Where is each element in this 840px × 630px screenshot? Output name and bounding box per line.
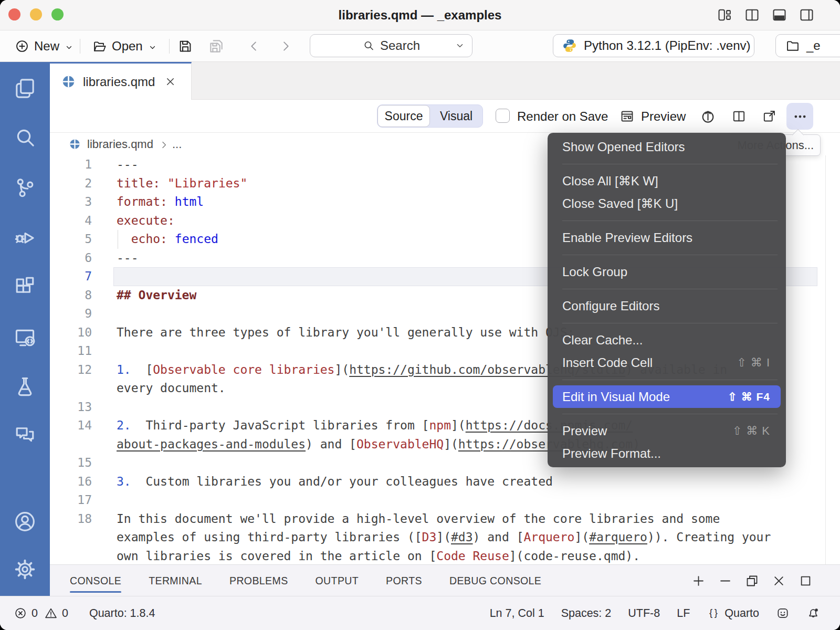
visual-mode-button[interactable]: Visual	[430, 105, 482, 127]
testing-activity-button[interactable]	[13, 374, 37, 399]
breadcrumb-more[interactable]: ...	[172, 138, 182, 151]
status-bar: 00Quarto: 1.8.4 Ln 7, Col 1Spaces: 2UTF-…	[0, 596, 840, 630]
workspace-folder-button[interactable]: _e	[775, 34, 840, 57]
line-number: 5	[50, 230, 92, 249]
toolbar-divider	[169, 39, 170, 54]
warning-icon	[44, 606, 58, 620]
status-item-quarto[interactable]: { }Quarto	[707, 606, 759, 620]
panel-maximize-icon[interactable]	[799, 574, 813, 588]
menu-item-label: Close Saved [⌘K U]	[562, 196, 678, 211]
chevron-down-icon	[454, 40, 466, 51]
panel-minimize-icon[interactable]	[718, 574, 732, 588]
preview-button[interactable]: Preview	[641, 100, 686, 133]
source-control-activity-button[interactable]	[13, 175, 37, 200]
code-text: ## Overview	[117, 286, 196, 305]
code-text: echo: fenced	[117, 230, 218, 249]
panel-tab-ports[interactable]: PORTS	[386, 565, 422, 596]
new-button[interactable]: New	[15, 30, 74, 62]
extensions-activity-button[interactable]	[13, 275, 37, 299]
editor-line: own libraries is covered in the article …	[50, 547, 840, 565]
status-item-utf-8[interactable]: UTF-8	[628, 607, 660, 620]
menu-item-preview[interactable]: Preview⇧ ⌘ K	[548, 419, 786, 442]
panel-tab-debug-console[interactable]: DEBUG CONSOLE	[449, 565, 541, 596]
panel-tab-output[interactable]: OUTPUT	[316, 565, 359, 596]
interpreter-selector[interactable]: Python 3.12.1 (PipEnv: .venv)	[553, 34, 754, 57]
menu-item-close-all-k-w[interactable]: Close All [⌘K W]	[548, 170, 786, 192]
menu-item-lock-group[interactable]: Lock Group	[548, 260, 786, 283]
status-item-bell-dot-icon[interactable]	[806, 606, 820, 620]
breadcrumb-file[interactable]: libraries.qmd	[87, 138, 153, 151]
ellipsis-icon	[792, 109, 808, 124]
panel-tab-console[interactable]: CONSOLE	[70, 565, 121, 596]
source-mode-button[interactable]: Source	[377, 105, 430, 127]
run-debug-activity-button[interactable]	[13, 225, 37, 249]
search-activity-button[interactable]	[13, 125, 37, 150]
status-item-ln-7-col-1[interactable]: Ln 7, Col 1	[490, 607, 544, 620]
status-item-lf[interactable]: LF	[677, 607, 690, 620]
line-number: 15	[50, 454, 92, 472]
bell-dot-icon	[806, 606, 820, 620]
close-tab-icon[interactable]	[164, 76, 176, 88]
tab-libraries-qmd[interactable]: libraries.qmd	[50, 62, 192, 100]
status-text: Quarto: 1.8.4	[89, 607, 155, 620]
search-label: Search	[380, 38, 420, 53]
explorer-activity-button[interactable]	[13, 76, 37, 101]
account-icon	[13, 509, 37, 534]
settings-activity-button[interactable]	[13, 557, 37, 582]
menu-item-show-opened-editors[interactable]: Show Opened Editors	[548, 135, 786, 158]
panel-tab-terminal[interactable]: TERMINAL	[149, 565, 202, 596]
render-on-save-label: Render on Save	[517, 100, 608, 133]
menu-item-enable-preview-editors[interactable]: Enable Preview Editors	[548, 226, 786, 249]
braces-icon: { }	[707, 606, 720, 620]
line-number: 6	[50, 249, 92, 268]
status-text: 0	[62, 607, 68, 620]
comments-activity-button[interactable]	[13, 423, 37, 447]
status-text: Quarto	[724, 607, 759, 620]
toolbar-divider	[80, 39, 80, 54]
save-all-button[interactable]	[208, 30, 225, 62]
remote-explorer-activity-button[interactable]	[13, 326, 37, 350]
status-item-smiley-icon[interactable]	[776, 606, 790, 620]
menu-item-preview-format[interactable]: Preview Format...	[548, 442, 786, 465]
panel-plus-icon[interactable]	[691, 574, 706, 588]
search-icon	[362, 39, 375, 52]
menu-item-configure-editors[interactable]: Configure Editors	[548, 295, 786, 317]
account-activity-button[interactable]	[13, 509, 37, 534]
status-item-0[interactable]: 0	[14, 606, 38, 620]
editor-toolbar: Source Visual Render on Save Preview	[50, 100, 840, 133]
panel-tab-problems[interactable]: PROBLEMS	[229, 565, 288, 596]
open-button[interactable]: Open	[92, 30, 158, 62]
more-actions-button[interactable]	[786, 103, 813, 130]
search-input[interactable]: Search	[310, 34, 472, 57]
status-item-0[interactable]: 0	[44, 606, 68, 620]
toggle-panel-icon[interactable]	[771, 7, 788, 23]
editor-actions-context-menu: Show Opened EditorsClose All [⌘K W]Close…	[548, 133, 786, 467]
menu-item-close-saved-k-u[interactable]: Close Saved [⌘K U]	[548, 192, 786, 215]
workspace-folder-label: _e	[806, 38, 821, 53]
status-item-quarto-1.8.4[interactable]: Quarto: 1.8.4	[89, 607, 155, 620]
toggle-secondary-sidebar-icon[interactable]	[799, 7, 815, 23]
menu-item-insert-code-cell[interactable]: Insert Code Cell⇧ ⌘ I	[548, 351, 786, 374]
line-number: 16	[50, 472, 92, 491]
open-in-new-window-icon[interactable]	[762, 109, 777, 124]
back-button[interactable]	[247, 30, 261, 62]
render-icon[interactable]	[700, 108, 716, 124]
menu-item-clear-cache[interactable]: Clear Cache...	[548, 329, 786, 351]
menu-item-shortcut: ⇧ ⌘ F4	[728, 391, 770, 403]
menu-item-edit-in-visual-mode[interactable]: Edit in Visual Mode⇧ ⌘ F4	[553, 385, 781, 408]
panel-restore-icon[interactable]	[745, 574, 759, 588]
customize-layout-icon[interactable]	[717, 7, 733, 23]
editor-line: 163. Custom libraries you and/or your co…	[50, 472, 840, 491]
panel-close-icon[interactable]	[772, 574, 786, 588]
render-on-save-checkbox[interactable]	[496, 109, 510, 123]
split-editor-icon[interactable]	[731, 109, 747, 124]
line-number: 3	[50, 193, 92, 212]
line-number: 18	[50, 510, 92, 529]
save-button[interactable]	[177, 30, 193, 62]
status-item-spaces-2[interactable]: Spaces: 2	[561, 607, 612, 620]
preview-icon[interactable]	[620, 109, 635, 124]
status-text: Spaces: 2	[561, 607, 612, 620]
split-editor-layout-icon[interactable]	[744, 7, 760, 23]
forward-button[interactable]	[278, 30, 293, 62]
line-number: 17	[50, 491, 92, 510]
